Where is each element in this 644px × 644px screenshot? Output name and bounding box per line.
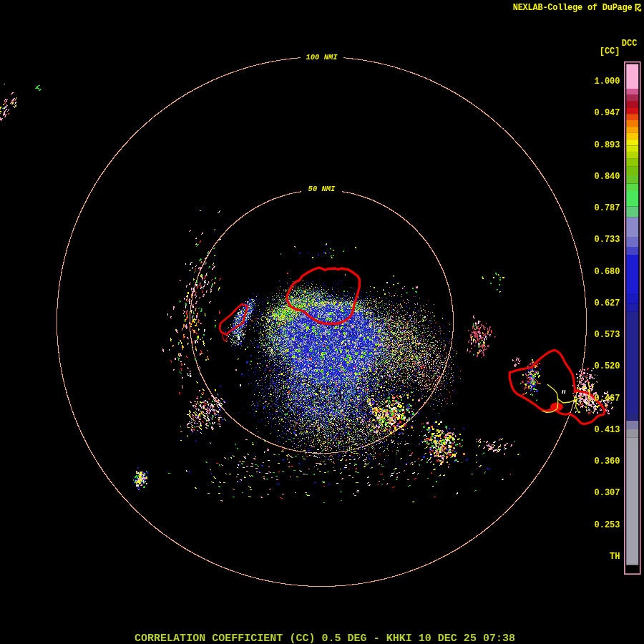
svg-text:100 NMI: 100 NMI (306, 53, 338, 62)
svg-text:0.947: 0.947 (594, 108, 620, 118)
svg-text:0.680: 0.680 (594, 267, 620, 277)
svg-text:DCC: DCC (622, 39, 638, 49)
svg-text:TH: TH (610, 552, 620, 562)
svg-text:0.360: 0.360 (594, 457, 620, 467)
svg-text:0.573: 0.573 (594, 330, 620, 340)
svg-text:0.627: 0.627 (594, 298, 620, 308)
svg-text:50 NMI: 50 NMI (308, 185, 336, 193)
svg-text:1.000: 1.000 (594, 77, 620, 87)
svg-text:0.413: 0.413 (594, 425, 620, 435)
svg-text:[CC]: [CC] (600, 47, 620, 57)
svg-text:CORRELATION COEFFICIENT (CC) 0: CORRELATION COEFFICIENT (CC) 0.5 DEG - K… (135, 633, 515, 644)
svg-text:0.467: 0.467 (594, 394, 620, 404)
svg-text:0.253: 0.253 (594, 520, 620, 530)
svg-text:0.307: 0.307 (594, 488, 620, 498)
svg-text:NEXLAB-College of DuPage: NEXLAB-College of DuPage (513, 3, 633, 13)
svg-text:0.520: 0.520 (594, 361, 620, 371)
svg-text:0.733: 0.733 (594, 235, 620, 245)
svg-text:0.787: 0.787 (594, 203, 620, 213)
svg-text:0.840: 0.840 (594, 172, 620, 182)
svg-text:0.893: 0.893 (594, 140, 620, 150)
